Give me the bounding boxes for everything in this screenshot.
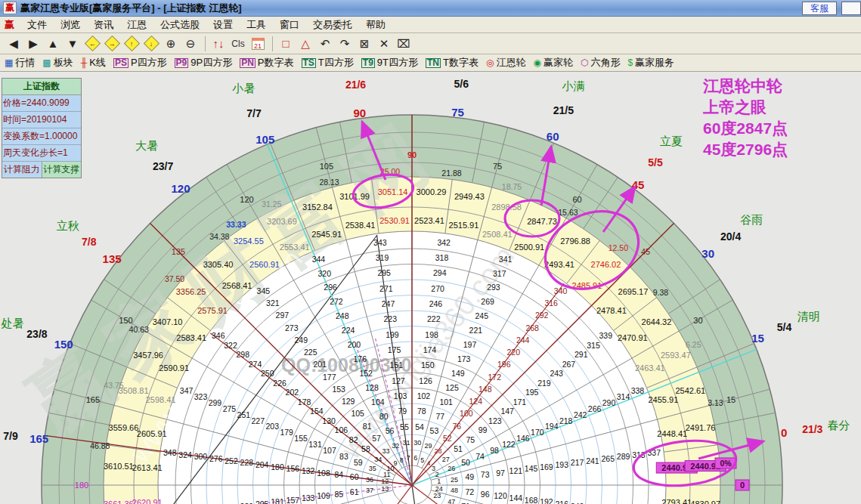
flag-up-icon[interactable]: ▲ [44,35,62,53]
menu-item-3[interactable]: 江恩 [120,18,153,32]
svg-text:2491.76: 2491.76 [686,423,716,432]
cls-button[interactable]: Cls [229,35,247,53]
svg-text:61: 61 [350,487,359,496]
diamond-down-icon[interactable]: ↓ [142,35,160,53]
cross-arrows-icon[interactable]: ✕ [375,35,393,53]
monitor-icon[interactable]: ⌧ [395,35,413,53]
nav-right-icon[interactable]: ▶ [24,35,42,53]
svg-text:2478.41: 2478.41 [596,306,627,315]
svg-text:0: 0 [781,426,787,439]
svg-text:60: 60 [547,130,559,143]
updown-icon[interactable]: ↑↓ [209,35,228,53]
svg-text:6: 6 [413,454,417,462]
edge-button[interactable] [841,2,861,15]
diamond-right-icon[interactable]: → [103,35,121,53]
triangle-tool-icon[interactable]: △ [296,35,314,53]
rotate-cw-icon[interactable]: ↷ [336,35,354,53]
svg-text:105: 105 [351,409,364,418]
svg-text:2553.41: 2553.41 [280,243,310,252]
calc-support-button[interactable]: 计算支撑 [42,162,82,178]
chartbar-item-K线[interactable]: ╫K线 [81,56,106,70]
svg-text:21/5: 21/5 [553,104,574,116]
chartbar-item-江恩轮[interactable]: ◎江恩轮 [486,56,525,70]
rotate-ccw-icon[interactable]: ↶ [316,35,334,53]
svg-text:57: 57 [372,434,381,443]
menu-item-8[interactable]: 交易委托 [306,18,359,32]
P四方形-icon: PS [113,58,129,68]
svg-text:2746.02: 2746.02 [591,260,621,269]
svg-text:101: 101 [439,397,453,407]
svg-text:2695.17: 2695.17 [618,287,649,296]
svg-text:13: 13 [381,485,389,493]
svg-text:339: 339 [599,331,612,340]
calendar-icon[interactable]: 21 [249,35,267,53]
svg-text:9.38: 9.38 [653,288,669,297]
calc-resistance-button[interactable]: 计算阻力 [2,162,42,178]
svg-text:216: 216 [556,499,569,504]
chartbar-item-板块[interactable]: ▩板块 [42,56,73,70]
info-row-3[interactable]: 周天变化步长=1 [2,145,81,162]
svg-text:59: 59 [354,458,363,467]
menu-item-2[interactable]: 资讯 [87,18,120,32]
zoom-out-icon[interactable]: ⊖ [181,35,200,53]
svg-text:126: 126 [419,376,432,385]
menu-item-9[interactable]: 帮助 [359,18,392,32]
chartbar-item-P数字表[interactable]: PNP数字表 [240,56,293,70]
menu-item-4[interactable]: 公式选股 [153,18,206,32]
annotation-line-3: 45度2796点 [703,139,788,160]
svg-text:347: 347 [180,386,194,395]
svg-text:51: 51 [454,444,463,453]
annotation-line-2: 60度2847点 [703,118,788,139]
svg-text:15: 15 [726,395,736,404]
svg-text:18.75: 18.75 [502,182,522,191]
svg-text:323: 323 [194,392,208,401]
svg-text:3: 3 [432,465,435,472]
nav-left-icon[interactable]: ◀ [5,35,23,53]
xbox-icon[interactable]: ⊠ [355,35,373,53]
menu-item-0[interactable]: 文件 [20,18,54,32]
svg-text:318: 318 [435,253,449,262]
svg-text:2598.41: 2598.41 [146,395,176,404]
chartbar-item-P四方形[interactable]: PSP四方形 [113,56,167,70]
menu-item-5[interactable]: 设置 [206,18,240,32]
svg-text:195: 195 [525,388,539,397]
info-row-1[interactable]: 时间=20190104 [2,112,81,128]
svg-text:180: 180 [271,462,284,472]
chartbar-item-赢家轮[interactable]: ◉赢家轮 [533,56,572,70]
chartbar-label: 六角形 [590,56,620,70]
menu-logo-icon: 赢 [0,18,20,32]
svg-text:56: 56 [386,426,395,435]
flag-down-icon[interactable]: ▼ [63,35,82,53]
diamond-up-icon[interactable]: ↑ [122,35,141,53]
chartbar-label: T数字表 [443,56,479,70]
chartbar-label: T四方形 [318,56,354,70]
svg-text:267: 267 [562,360,576,369]
chartbar-item-T数字表[interactable]: TNT数字表 [426,56,479,70]
diamond-left-icon[interactable]: ← [83,35,101,53]
svg-text:7/7: 7/7 [246,107,262,119]
chartbar-item-9P四方形[interactable]: P99P四方形 [175,56,233,70]
svg-text:322: 322 [224,341,237,350]
chartbar-item-T四方形[interactable]: TST四方形 [302,56,354,70]
svg-text:123: 123 [488,416,502,425]
svg-text:3051.14: 3051.14 [378,187,408,196]
menu-item-6[interactable]: 工具 [240,18,273,32]
chartbar-label: 赢家服务 [635,56,674,70]
rect-tool-icon[interactable]: □ [277,35,295,53]
customer-service-button[interactable]: 客服 [802,2,837,15]
svg-text:174: 174 [423,345,437,354]
svg-text:202: 202 [286,388,299,397]
svg-text:3254.55: 3254.55 [234,237,264,246]
chartbar-item-行情[interactable]: ▦行情 [5,56,35,70]
zoom-in-icon[interactable]: ⊕ [162,35,180,53]
info-row-2[interactable]: 变换系数=1.00000 [2,128,81,145]
svg-text:40.63: 40.63 [129,325,149,334]
menu-item-7[interactable]: 窗口 [273,18,306,32]
chartbar-item-9T四方形[interactable]: T99T四方形 [361,56,418,70]
info-row-0[interactable]: 价格=2440.9099 [2,95,81,112]
menu-item-1[interactable]: 浏览 [54,18,87,32]
chartbar-item-六角形[interactable]: ⬡六角形 [581,56,620,70]
svg-text:121: 121 [509,466,523,475]
chartbar-item-赢家服务[interactable]: $赢家服务 [627,56,674,70]
svg-text:199: 199 [386,330,399,339]
